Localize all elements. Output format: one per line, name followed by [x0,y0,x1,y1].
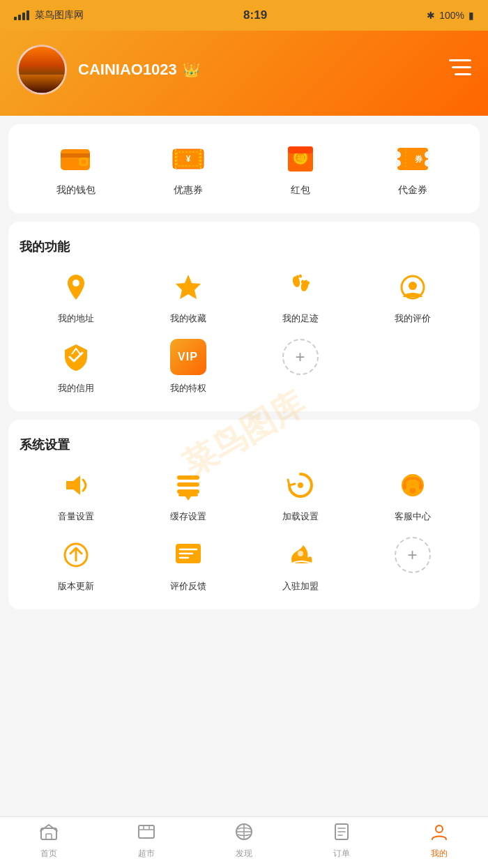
func-item-vip[interactable]: VIP 我的特权 [132,339,244,395]
coupon-label: 优惠券 [174,184,203,197]
svg-text:¥: ¥ [185,154,190,164]
setting-item-volume[interactable]: 音量设置 [20,467,132,523]
quick-item-redpacket[interactable]: 福 红包 [280,141,321,197]
setting-item-load[interactable]: 加载设置 [244,467,356,523]
func-item-collect[interactable]: 我的收藏 [132,269,244,325]
svg-point-51 [298,551,303,556]
orders-nav-icon [333,823,351,845]
time-label: 8:19 [243,8,267,22]
svg-point-65 [436,825,443,832]
bluetooth-icon: ✱ [427,10,435,21]
orders-nav-label: 订单 [333,848,350,860]
credit-icon [58,339,94,375]
svg-rect-16 [288,146,313,153]
svg-text:福: 福 [296,154,304,162]
cache-label: 缓存设置 [170,510,206,523]
svg-point-35 [409,282,417,290]
status-bar: 菜鸟图库网 8:19 ✱ 100% ▮ [0,0,488,31]
avatar[interactable] [17,45,67,95]
svg-point-41 [298,482,303,488]
func-item-address[interactable]: 我的地址 [20,269,132,325]
home-nav-icon [40,823,58,845]
vip-label: 我的特权 [170,382,206,395]
address-icon [58,269,94,305]
carrier-label: 菜鸟图库网 [35,9,84,22]
vip-icon: VIP [170,339,206,375]
battery-label: 100% [439,10,464,21]
crown-icon: 👑 [183,62,200,77]
user-info: CAINIAO1023 👑 [78,61,200,79]
setting-item-update[interactable]: 版本更新 [20,537,132,593]
svg-rect-37 [177,475,199,480]
settings-grid: 音量设置 缓存设置 [20,467,468,593]
mine-nav-icon [430,823,448,845]
svg-rect-2 [455,73,471,75]
func-item-footprint[interactable]: 我的足迹 [244,269,356,325]
setting-item-add[interactable]: + [356,537,468,593]
quick-item-voucher[interactable]: 券 代金券 [392,141,433,197]
setting-item-service[interactable]: 客服中心 [356,467,468,523]
svg-rect-1 [452,66,471,68]
nav-item-orders[interactable]: 订单 [321,823,363,860]
svg-rect-43 [403,484,406,489]
svg-rect-54 [139,825,154,838]
func-item-add[interactable]: + [244,339,356,395]
header-left: CAINIAO1023 👑 [17,45,200,95]
feedback-icon [170,537,206,573]
settings-section: 系统设置 音量设置 [8,420,480,609]
svg-rect-40 [178,494,198,496]
main-content: 我的钱包 ¥ 优惠券 [0,124,488,673]
vip-badge: VIP [170,339,206,375]
join-icon [282,537,319,573]
svg-rect-0 [449,59,471,61]
func-item-credit[interactable]: 我的信用 [20,339,132,395]
update-label: 版本更新 [58,580,94,593]
add-setting-button[interactable]: + [395,537,431,573]
svg-rect-53 [46,834,52,839]
svg-rect-4 [61,153,90,158]
market-nav-label: 超市 [138,848,155,860]
profile-header: CAINIAO1023 👑 [0,31,488,116]
cache-icon [170,467,206,503]
svg-point-6 [82,160,86,164]
add-button[interactable]: + [282,339,319,375]
redpacket-icon: 福 [280,141,321,177]
nav-item-market[interactable]: 超市 [125,823,167,860]
svg-rect-38 [177,482,199,487]
svg-text:券: 券 [413,155,422,163]
footprint-label: 我的足迹 [282,312,319,325]
discover-nav-icon [235,823,253,845]
add-func-icon: + [282,339,319,375]
redpacket-label: 红包 [291,184,310,197]
quick-item-coupon[interactable]: ¥ 优惠券 [168,141,208,197]
mine-nav-label: 我的 [431,848,448,860]
review-icon [395,269,431,305]
join-label: 入驻加盟 [282,580,319,593]
address-label: 我的地址 [58,312,94,325]
footprint-icon [282,269,319,305]
svg-rect-44 [419,484,422,489]
quick-item-wallet[interactable]: 我的钱包 [56,141,96,197]
feedback-label: 评价反馈 [170,580,206,593]
add-setting-icon: + [395,537,431,573]
nav-item-home[interactable]: 首页 [28,823,70,860]
functions-section: 我的功能 我的地址 我的收藏 [8,222,480,411]
voucher-label: 代金券 [398,184,427,197]
status-left: 菜鸟图库网 [14,9,84,22]
nav-item-discover[interactable]: 发现 [223,823,265,860]
load-icon [282,467,319,503]
setting-item-feedback[interactable]: 评价反馈 [132,537,244,593]
setting-item-join[interactable]: 入驻加盟 [244,537,356,593]
status-right: ✱ 100% ▮ [427,10,474,21]
nav-item-mine[interactable]: 我的 [418,823,460,860]
collect-icon [170,269,206,305]
setting-item-cache[interactable]: 缓存设置 [132,467,244,523]
functions-grid: 我的地址 我的收藏 [20,269,468,395]
voucher-icon: 券 [392,141,433,177]
svg-point-24 [73,280,79,287]
menu-button[interactable] [449,59,471,80]
plus-icon-2: + [407,545,417,565]
plus-icon: + [295,347,305,367]
func-item-review[interactable]: 我的评价 [356,269,468,325]
discover-nav-label: 发现 [236,848,252,860]
